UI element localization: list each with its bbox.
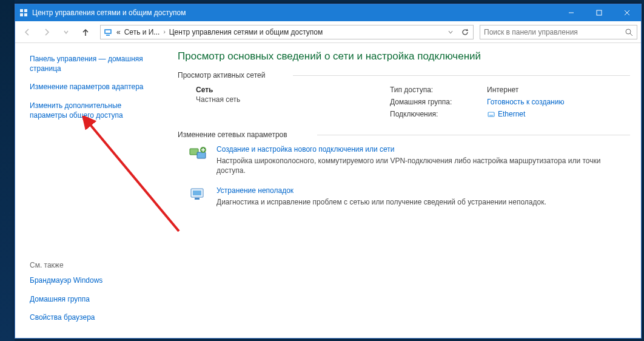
- content: Просмотр основных сведений о сети и наст…: [167, 43, 641, 338]
- network-details: Тип доступа: Интернет Домашняя группа: Г…: [390, 86, 630, 118]
- homegroup-label: Домашняя группа:: [390, 98, 487, 106]
- up-button[interactable]: [77, 24, 94, 41]
- access-type-value: Интернет: [487, 86, 630, 94]
- body: Панель управления — домашняя страница Из…: [15, 43, 641, 338]
- svg-rect-10: [106, 30, 110, 33]
- toolbar: « Сеть и И... › Центр управления сетями …: [15, 21, 641, 43]
- new-connection-desc: Настройка широкополосного, коммутируемог…: [216, 156, 630, 175]
- maximize-button[interactable]: [585, 4, 613, 21]
- network-identity: Сеть Частная сеть: [196, 86, 390, 118]
- svg-rect-0: [20, 9, 23, 12]
- new-connection-icon: [189, 145, 208, 164]
- active-networks-label: Просмотр активных сетей: [178, 71, 630, 79]
- see-also-label: См. также: [30, 261, 157, 269]
- breadcrumb-part1[interactable]: Сеть и И...: [124, 28, 160, 36]
- homegroup-link[interactable]: Готовность к созданию: [487, 98, 564, 106]
- breadcrumb-part2[interactable]: Центр управления сетями и общим доступом: [169, 28, 323, 36]
- search-icon: [625, 28, 633, 36]
- app-icon: [19, 8, 29, 18]
- window-buttons: [557, 4, 641, 21]
- sidebar: Панель управления — домашняя страница Из…: [15, 43, 167, 338]
- svg-rect-1: [24, 9, 27, 12]
- address-bar[interactable]: « Сеть и И... › Центр управления сетями …: [100, 25, 474, 39]
- page-title: Просмотр основных сведений о сети и наст…: [178, 50, 630, 62]
- task-troubleshoot: Устранение неполадок Диагностика и испра…: [189, 186, 630, 207]
- window-title: Центр управления сетями и общим доступом: [32, 8, 557, 17]
- back-button[interactable]: [19, 24, 36, 41]
- svg-line-13: [630, 33, 632, 36]
- svg-rect-25: [195, 198, 200, 200]
- search-input[interactable]: [484, 28, 625, 36]
- svg-rect-19: [197, 152, 206, 158]
- connections-label: Подключения:: [390, 110, 487, 118]
- sidebar-firewall-link[interactable]: Брандмауэр Windows: [30, 275, 157, 285]
- connection-link[interactable]: Ethernet: [498, 110, 525, 118]
- desktop-edge: [0, 0, 15, 341]
- search-box[interactable]: [480, 25, 637, 39]
- network-type: Частная сеть: [196, 95, 390, 104]
- tasks: Создание и настройка нового подключения …: [178, 145, 630, 208]
- new-connection-link[interactable]: Создание и настройка нового подключения …: [216, 145, 395, 154]
- troubleshoot-icon: [189, 186, 208, 206]
- troubleshoot-link[interactable]: Устранение неполадок: [216, 186, 293, 195]
- sidebar-browser-link[interactable]: Свойства браузера: [30, 312, 157, 322]
- network-name: Сеть: [196, 86, 390, 94]
- svg-rect-11: [106, 35, 110, 36]
- close-button[interactable]: [613, 4, 641, 21]
- titlebar: Центр управления сетями и общим доступом: [15, 4, 641, 21]
- svg-rect-24: [193, 191, 201, 195]
- change-settings-label: Изменение сетевых параметров: [178, 130, 630, 139]
- window: Центр управления сетями и общим доступом…: [15, 4, 642, 339]
- address-dropdown-icon[interactable]: [445, 27, 456, 38]
- task-new-connection: Создание и настройка нового подключения …: [189, 145, 630, 175]
- chevron-right-icon: ›: [163, 29, 165, 35]
- sidebar-homegroup-link[interactable]: Домашняя группа: [30, 294, 157, 304]
- access-type-label: Тип доступа:: [390, 86, 487, 94]
- refresh-button[interactable]: [460, 27, 471, 38]
- svg-point-12: [626, 29, 631, 34]
- breadcrumb-root[interactable]: «: [116, 28, 121, 36]
- svg-rect-5: [597, 10, 602, 15]
- sidebar-adapter-link[interactable]: Изменение параметров адаптера: [30, 82, 157, 92]
- network-block: Сеть Частная сеть Тип доступа: Интернет …: [196, 86, 630, 118]
- minimize-button[interactable]: [557, 4, 585, 21]
- sidebar-home-link[interactable]: Панель управления — домашняя страница: [30, 54, 157, 73]
- ethernet-icon: [487, 110, 495, 118]
- svg-rect-2: [20, 13, 23, 16]
- forward-button[interactable]: [38, 24, 55, 41]
- svg-rect-3: [24, 13, 27, 16]
- network-center-icon: [103, 27, 113, 37]
- recent-dropdown[interactable]: [58, 24, 75, 41]
- sidebar-advanced-link[interactable]: Изменить дополнительные параметры общего…: [30, 101, 157, 120]
- troubleshoot-desc: Диагностика и исправление проблем с сеть…: [216, 197, 630, 207]
